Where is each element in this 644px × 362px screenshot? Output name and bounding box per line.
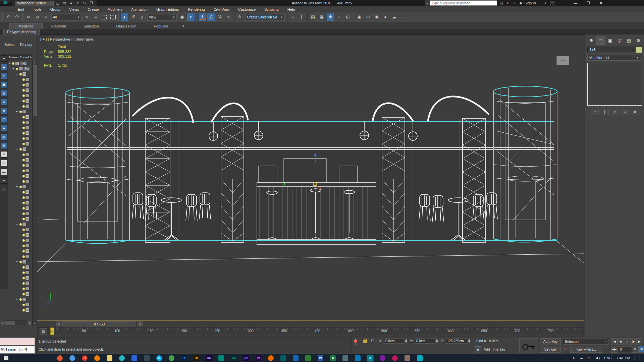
select-object-button[interactable]: ↖: [83, 13, 91, 21]
absolute-mode-icon[interactable]: ⊡: [371, 339, 374, 343]
render-in-cloud-button[interactable]: ☁: [390, 13, 398, 21]
tree-row[interactable]: ▼: [8, 254, 32, 259]
light-bulb-icon[interactable]: [22, 78, 25, 81]
taskbar-app-icon[interactable]: [268, 355, 274, 361]
select-rotate-button[interactable]: ↺: [129, 13, 137, 21]
render-production-button[interactable]: ●: [381, 13, 389, 21]
taskbar-app-icon[interactable]: [218, 355, 224, 361]
select-link-button[interactable]: ∞: [24, 13, 33, 21]
isolate-selection-icon[interactable]: [354, 339, 357, 343]
light-bulb-icon[interactable]: [22, 89, 25, 92]
display-filter-icon[interactable]: ▭: [1, 160, 7, 166]
light-bulb-icon[interactable]: [22, 293, 25, 295]
node-label[interactable]: 8m: [23, 67, 30, 71]
clock[interactable]: 7:41 PM: [616, 356, 630, 360]
light-bulb-icon[interactable]: [22, 255, 25, 258]
close-button[interactable]: ✕: [595, 1, 607, 5]
node-label[interactable]: 4x8: [20, 62, 27, 65]
y-spinner[interactable]: [436, 338, 439, 344]
tree-row[interactable]: ▼: [8, 93, 32, 98]
taskbar-app-icon[interactable]: [305, 355, 311, 361]
tree-row[interactable]: ▼: [8, 232, 32, 238]
auto-key-button[interactable]: Auto Key: [540, 338, 561, 345]
select-scale-button[interactable]: ⊿: [138, 13, 146, 21]
taskbar-app-icon[interactable]: Lr: [181, 355, 187, 361]
light-bulb-icon[interactable]: [16, 68, 18, 70]
menu-item[interactable]: Rendering: [183, 6, 209, 12]
set-key-button[interactable]: Set Key: [540, 346, 561, 353]
snaps-toggle-button[interactable]: 3: [198, 13, 206, 21]
display-filter-icon[interactable]: ≡: [1, 151, 7, 158]
light-bulb-icon[interactable]: [19, 261, 22, 263]
perspective-viewport[interactable]: [ + ] [ Perspective ] [ Wireframe ] Tota…: [37, 35, 584, 321]
tree-row[interactable]: ▼ 8m: [8, 66, 32, 71]
reference-coordsys-dropdown[interactable]: View▼: [147, 14, 177, 20]
tree-row[interactable]: ▼: [8, 141, 32, 146]
user-icon[interactable]: ☻: [519, 1, 523, 5]
light-bulb-icon[interactable]: [22, 164, 25, 167]
tree-row[interactable]: ▼: [8, 222, 32, 227]
menu-item[interactable]: Scripting: [260, 6, 283, 12]
taskbar-app-icon[interactable]: Br: [194, 355, 199, 361]
network-icon[interactable]: ⊕: [587, 356, 590, 360]
selection-filter-dropdown[interactable]: All▼: [51, 14, 82, 20]
taskbar-app-icon[interactable]: S: [156, 355, 162, 361]
command-panel-tab-icon[interactable]: ▣: [605, 37, 615, 45]
tree-row[interactable]: ▼: [8, 104, 32, 109]
maxscript-listener-white[interactable]: Welcome to M: [0, 346, 35, 354]
frame-marker[interactable]: 0: [50, 327, 54, 335]
light-bulb-icon[interactable]: [12, 62, 14, 65]
command-panel-tab-icon[interactable]: ✸: [587, 37, 596, 45]
expand-triangle-icon[interactable]: ▼: [16, 111, 19, 113]
taskbar-app-icon[interactable]: [94, 355, 100, 361]
tree-row[interactable]: ▼: [8, 286, 32, 291]
time-tag-icon[interactable]: ▣: [475, 346, 481, 353]
explorer-select-menu[interactable]: Select: [4, 43, 15, 47]
tree-row[interactable]: ▼: [8, 114, 32, 120]
light-bulb-icon[interactable]: [22, 116, 25, 118]
light-bulb-icon[interactable]: [19, 148, 22, 150]
search-input[interactable]: [430, 0, 497, 6]
taskbar-app-icon[interactable]: W: [318, 355, 323, 361]
light-bulb-icon[interactable]: [22, 304, 25, 306]
display-filter-icon[interactable]: ➤: [1, 125, 7, 131]
explorer-name-column-header[interactable]: Name (Sorted Ascen: [8, 54, 32, 60]
help-icon[interactable]: ?: [550, 1, 554, 5]
taskbar-app-icon[interactable]: Au: [231, 355, 236, 361]
ribbon-toggle-button[interactable]: ▦: [318, 13, 326, 21]
next-frame-button[interactable]: |▶: [630, 338, 637, 345]
keyable-filter-dropdown[interactable]: Selected ▼: [563, 339, 608, 345]
app-menu-button[interactable]: [0, 0, 11, 6]
light-bulb-icon[interactable]: [19, 223, 22, 226]
use-center-button[interactable]: ◉: [178, 13, 186, 21]
tree-row[interactable]: ▼: [8, 98, 32, 104]
menu-item[interactable]: Graph Editors: [152, 6, 183, 12]
light-bulb-icon[interactable]: [22, 154, 25, 156]
display-filter-icon[interactable]: ▤: [1, 134, 7, 140]
taskbar-app-icon[interactable]: [131, 355, 137, 361]
tree-row[interactable]: ▼: [8, 157, 32, 163]
taskbar-app-icon[interactable]: [405, 355, 410, 361]
selection-lock-icon[interactable]: [363, 340, 367, 343]
tree-row[interactable]: ▼: [8, 302, 32, 307]
tree-row[interactable]: ▼: [8, 248, 32, 254]
stack-tool-icon[interactable]: ⊸: [591, 109, 599, 115]
tree-row[interactable]: ▼: [8, 189, 32, 195]
maximize-button[interactable]: ❐: [582, 1, 595, 5]
tree-row[interactable]: ▼: [8, 146, 32, 152]
ribbon-tab[interactable]: Populate: [145, 23, 177, 29]
ribbon-tab[interactable]: Selection: [75, 23, 107, 29]
light-bulb-icon[interactable]: [22, 277, 25, 279]
taskbar-app-icon[interactable]: [107, 355, 112, 361]
communication-center-icon[interactable]: ✦: [506, 1, 509, 5]
tree-row[interactable]: ▼: [8, 297, 32, 302]
menu-item[interactable]: Create: [83, 6, 103, 12]
explorer-horizontal-scrollbar[interactable]: ◄ ►: [0, 320, 32, 325]
expand-triangle-icon[interactable]: ▼: [16, 298, 19, 301]
light-bulb-icon[interactable]: [22, 202, 25, 204]
tree-row[interactable]: ▼: [8, 87, 32, 93]
display-filter-icon[interactable]: ≈: [1, 99, 7, 105]
light-bulb-icon[interactable]: [22, 105, 25, 108]
current-frame-field[interactable]: 0: [618, 346, 631, 352]
menu-item[interactable]: Customize: [234, 6, 260, 12]
